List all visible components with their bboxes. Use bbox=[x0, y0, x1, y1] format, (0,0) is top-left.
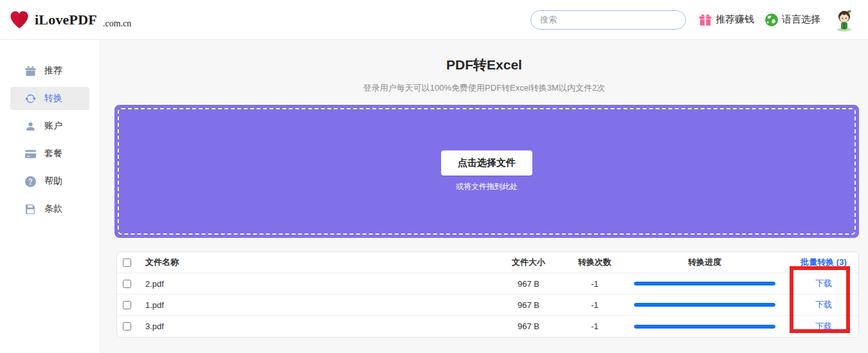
row-checkbox[interactable] bbox=[123, 322, 131, 330]
sidebar-item-label: 账户 bbox=[44, 120, 62, 132]
progress-cell bbox=[620, 325, 789, 329]
referral-link[interactable]: 推荐赚钱 bbox=[699, 14, 754, 26]
table-row: 3.pdf 967 B -1 下载 bbox=[117, 316, 858, 337]
file-name: 1.pdf bbox=[136, 300, 488, 310]
progress-bar bbox=[634, 282, 775, 285]
globe-icon bbox=[765, 14, 778, 26]
sidebar-item-label: 推荐 bbox=[44, 65, 62, 77]
batch-convert-link[interactable]: 批量转换 (3) bbox=[789, 257, 858, 268]
language-selector[interactable]: 语言选择 bbox=[765, 14, 820, 26]
body-row: 推荐 转换 账户 套餐 bbox=[0, 40, 868, 353]
brand-suffix: .com.cn bbox=[103, 19, 131, 30]
select-files-button[interactable]: 点击选择文件 bbox=[441, 150, 532, 176]
file-name: 2.pdf bbox=[136, 279, 488, 289]
referral-label: 推荐赚钱 bbox=[716, 14, 754, 26]
search-input[interactable] bbox=[540, 15, 676, 24]
help-icon bbox=[25, 176, 36, 187]
table-header-row: 文件名称 文件大小 转换次数 转换进度 批量转换 (3) bbox=[117, 252, 858, 273]
sidebar-item-convert[interactable]: 转换 bbox=[10, 87, 89, 110]
sidebar-item-recommend[interactable]: 推荐 bbox=[10, 59, 89, 82]
progress-cell bbox=[620, 303, 789, 307]
dropzone-dashed-border: 点击选择文件 或将文件拖到此处 bbox=[118, 108, 856, 235]
sync-icon bbox=[25, 93, 36, 104]
table-row: 1.pdf 967 B -1 下载 bbox=[117, 294, 858, 316]
avatar[interactable] bbox=[831, 6, 858, 33]
convert-count: -1 bbox=[569, 321, 620, 331]
file-name: 3.pdf bbox=[136, 321, 488, 331]
page-title: PDF转Excel bbox=[100, 56, 868, 74]
progress-track bbox=[634, 282, 775, 285]
download-link[interactable]: 下载 bbox=[815, 300, 832, 309]
download-link[interactable]: 下载 bbox=[815, 321, 832, 331]
table-row: 2.pdf 967 B -1 下载 bbox=[117, 273, 858, 294]
sidebar-item-plans[interactable]: 套餐 bbox=[10, 142, 89, 165]
card-icon bbox=[25, 149, 36, 159]
file-dropzone[interactable]: 点击选择文件 或将文件拖到此处 bbox=[114, 105, 859, 238]
file-size: 967 B bbox=[488, 279, 569, 289]
language-label: 语言选择 bbox=[782, 14, 820, 26]
file-size: 967 B bbox=[488, 321, 569, 331]
select-all-checkbox[interactable] bbox=[123, 258, 131, 267]
sidebar: 推荐 转换 账户 套餐 bbox=[0, 40, 100, 353]
file-size: 967 B bbox=[488, 300, 569, 310]
download-link[interactable]: 下载 bbox=[815, 278, 832, 288]
sidebar-item-terms[interactable]: 条款 bbox=[10, 197, 89, 221]
progress-track bbox=[634, 303, 775, 307]
row-checkbox[interactable] bbox=[123, 280, 131, 288]
action-cell: 下载 bbox=[789, 299, 858, 311]
progress-track bbox=[634, 325, 775, 329]
select-all-checkbox-cell bbox=[117, 258, 136, 267]
action-cell: 下载 bbox=[789, 321, 858, 332]
row-checkbox[interactable] bbox=[123, 301, 131, 309]
row-checkbox-cell bbox=[117, 301, 136, 309]
sidebar-item-label: 转换 bbox=[44, 93, 62, 104]
sidebar-item-label: 套餐 bbox=[44, 148, 62, 159]
sidebar-item-account[interactable]: 账户 bbox=[10, 114, 89, 138]
column-header-size: 文件大小 bbox=[488, 257, 569, 268]
files-table: 文件名称 文件大小 转换次数 转换进度 批量转换 (3) 2.pdf 967 B… bbox=[116, 251, 859, 338]
convert-count: -1 bbox=[569, 300, 620, 310]
dropzone-hint: 或将文件拖到此处 bbox=[456, 181, 518, 192]
sidebar-item-label: 帮助 bbox=[44, 176, 62, 187]
page-subtitle: 登录用户每天可以100%免费使用PDF转Excel转换3M以内文件2次 bbox=[100, 82, 868, 94]
convert-count: -1 bbox=[569, 279, 620, 289]
row-checkbox-cell bbox=[117, 280, 136, 288]
user-icon bbox=[25, 121, 36, 132]
progress-bar bbox=[634, 303, 775, 307]
progress-bar bbox=[634, 325, 775, 329]
column-header-progress: 转换进度 bbox=[620, 257, 789, 268]
main-content: PDF转Excel 登录用户每天可以100%免费使用PDF转Excel转换3M以… bbox=[100, 40, 868, 353]
gift-icon bbox=[25, 66, 36, 77]
search-input-wrapper bbox=[530, 10, 686, 30]
sidebar-item-label: 条款 bbox=[44, 203, 62, 215]
heart-logo-icon bbox=[9, 10, 30, 30]
gift-icon bbox=[699, 14, 712, 26]
page: iLovePDF .com.cn 推荐赚钱 语言选择 bbox=[0, 0, 868, 353]
terms-icon bbox=[25, 204, 36, 215]
progress-cell bbox=[620, 282, 789, 285]
column-header-count: 转换次数 bbox=[569, 257, 620, 268]
brand-name: iLovePDF bbox=[35, 12, 97, 28]
row-checkbox-cell bbox=[117, 322, 136, 330]
action-cell: 下载 bbox=[789, 278, 858, 289]
avatar-image bbox=[831, 6, 858, 33]
column-header-name: 文件名称 bbox=[136, 257, 488, 268]
logo[interactable]: iLovePDF .com.cn bbox=[9, 10, 131, 30]
sidebar-item-help[interactable]: 帮助 bbox=[10, 170, 89, 193]
top-header: iLovePDF .com.cn 推荐赚钱 语言选择 bbox=[0, 0, 868, 40]
